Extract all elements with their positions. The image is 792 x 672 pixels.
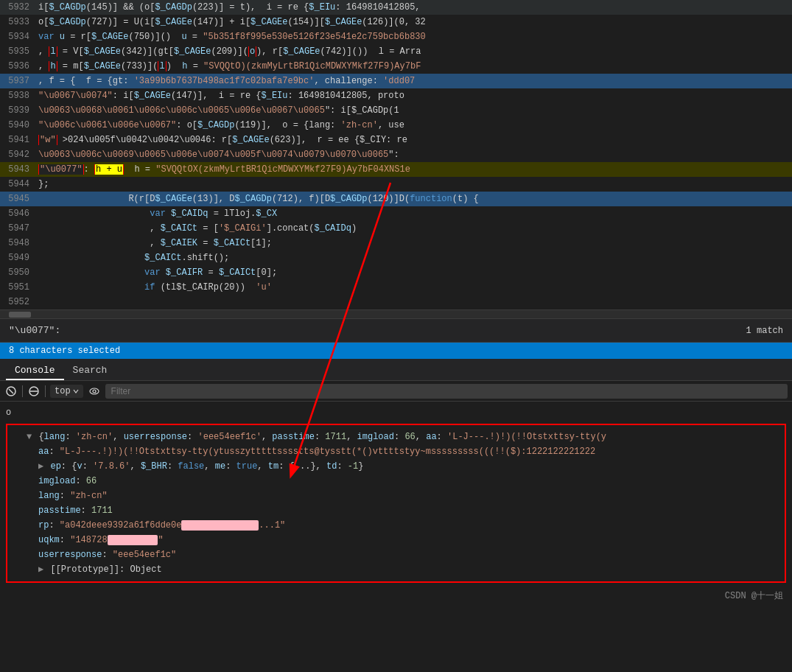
code-line-5933: 5933 o[$_CAGDp(727)] = U(i[$_CAGEe(147)]… [0, 15, 792, 29]
prop-uqkm: uqkm: "148728 " [12, 533, 780, 547]
line-content: R(r[D$_CAGEe(13)], D$_CAGDp(712), f)[D$_… [35, 194, 792, 204]
line-content: \u0063\u0068\u0061\u006c\u006c\u0065\u00… [35, 105, 792, 116]
code-line-5941: 5941 "w" >024\u005f\u0042\u0042\u0046: r… [0, 133, 792, 147]
line-content: if (tl$t_CAIRp(20)) 'u' [35, 282, 792, 293]
chevron-down-icon [73, 389, 79, 393]
line-number: 5945 [0, 194, 35, 204]
code-line-5940: 5940 "\u006c\u0061\u006e\u0067": o[$_CAG… [0, 118, 792, 133]
eye-icon[interactable] [88, 385, 101, 398]
prop-ep: ▶ ep: {v: '7.8.6', $_BHR: false, me: tru… [12, 459, 780, 474]
clear-console-button[interactable] [4, 385, 18, 398]
line-number: 5947 [0, 223, 35, 234]
line-number: 5934 [0, 32, 35, 42]
watermark: CSDN @十一姐 [725, 589, 783, 602]
line-number: 5943 [0, 164, 35, 175]
line-number: 5940 [0, 120, 35, 130]
output-var: o [6, 407, 11, 418]
prop-passtime: passtime: 1711 [12, 503, 780, 518]
line-number: 5949 [0, 253, 35, 263]
block-icon[interactable] [27, 385, 41, 398]
line-content: "\u0067\u0074": i[$_CAGEe(147)], i = re … [35, 91, 792, 101]
console-toolbar: top [0, 381, 792, 402]
line-number: 5952 [0, 297, 35, 307]
tab-search[interactable]: Search [64, 362, 116, 380]
line-content: var u = r[$_CAGEe(750)]() u = "5b351f8f9… [35, 32, 792, 42]
object-summary-line: ▼ {lang: 'zh-cn', userresponse: 'eee54ee… [12, 430, 780, 444]
line-content: , h = m[$_CAGEe(733)](l) h = "SVQQtO)(zk… [35, 61, 792, 71]
code-line-5947: 5947 , $_CAICt = ['$_CAIGi'].concat($_CA… [0, 221, 792, 236]
line-content: }; [35, 179, 792, 189]
line-number: 5948 [0, 238, 35, 248]
prop-userresponse: userresponse: "eee54eef1c" [12, 547, 780, 562]
prop-prototype: ▶ [[Prototype]]: Object [12, 562, 780, 577]
expand-arrow[interactable]: ▼ [27, 432, 32, 442]
svg-point-4 [90, 388, 99, 394]
prop-aa: aa: "L-J---.!)!)(!!Otstxttsy-tty(ytusszy… [12, 444, 780, 459]
code-line-5949: 5949 $_CAICt.shift(); [0, 251, 792, 265]
code-line-5951: 5951 if (tl$t_CAIRp(20)) 'u' [0, 280, 792, 295]
code-line-5946: 5946 var $_CAIDq = lTloj.$_CX [0, 206, 792, 221]
selection-status: 8 characters selected [9, 346, 120, 356]
code-line-5932: 5932 i[$_CAGDp(145)] && (o[$_CAGDp(223)]… [0, 0, 792, 15]
code-line-5934: 5934 var u = r[$_CAGEe(750)]() u = "5b35… [0, 29, 792, 44]
line-number: 5946 [0, 209, 35, 219]
line-number: 5941 [0, 135, 35, 145]
console-output-label: o [0, 405, 792, 421]
line-number: 5951 [0, 282, 35, 293]
ep-expand-arrow[interactable]: ▶ [38, 461, 43, 472]
context-label: top [55, 386, 71, 396]
code-line-5938: 5938 "\u0067\u0074": i[$_CAGEe(147)], i … [0, 88, 792, 103]
line-content: o[$_CAGDp(727)] = U(i[$_CAGEe(147)] + i[… [35, 17, 792, 27]
filter-input[interactable] [105, 384, 788, 399]
line-content: , f = { f = {gt: '3a99b6b7637b498ac1f7c0… [35, 76, 792, 86]
devtools-panel: 5932 i[$_CAGDp(145)] && (o[$_CAGDp(223)]… [0, 0, 792, 608]
code-line-5937: 5937 , f = { f = {gt: '3a99b6b7637b498ac… [0, 74, 792, 88]
prototype-expand-arrow[interactable]: ▶ [38, 564, 43, 575]
line-number: 5942 [0, 150, 35, 160]
object-summary: {lang: 'zh-cn', userresponse: 'eee54eef1… [38, 432, 606, 442]
console-object-box: ▼ {lang: 'zh-cn', userresponse: 'eee54ee… [6, 424, 786, 583]
line-number: 5933 [0, 17, 35, 27]
prop-imgload: imgload: 66 [12, 474, 780, 489]
code-line-5944: 5944 }; [0, 177, 792, 192]
code-line-5952: 5952 [0, 295, 792, 309]
horizontal-scrollbar[interactable] [0, 310, 792, 319]
code-line-5950: 5950 var $_CAIFR = $_CAICt[0]; [0, 265, 792, 280]
svg-point-5 [93, 390, 96, 393]
visibility-icon [89, 388, 99, 395]
code-editor: 5932 i[$_CAGDp(145)] && (o[$_CAGDp(223)]… [0, 0, 792, 310]
line-content: i[$_CAGDp(145)] && (o[$_CAGDp(223)] = t)… [35, 2, 792, 13]
tab-console[interactable]: Console [6, 362, 64, 380]
line-number: 5935 [0, 46, 35, 57]
line-content: "\u0077": h + u h = "SVQQtOX(zkmMyLrtBR1… [35, 164, 792, 175]
line-content: "\u006c\u0061\u006e\u0067": o[$_CAGDp(11… [35, 120, 792, 130]
watermark-text: CSDN @十一姐 [725, 591, 783, 601]
line-number: 5936 [0, 61, 35, 71]
code-line-5943: 5943 "\u0077": h + u h = "SVQQtOX(zkmMyL… [0, 162, 792, 177]
line-number: 5939 [0, 105, 35, 116]
line-number: 5937 [0, 76, 35, 86]
line-number: 5950 [0, 267, 35, 278]
toolbar-separator [22, 385, 23, 397]
line-content: , $_CAIEK = $_CAICt[1]; [35, 238, 792, 248]
code-line-5942: 5942 \u0063\u006c\u0069\u0065\u006e\u007… [0, 147, 792, 162]
line-number: 5938 [0, 91, 35, 101]
search-query: "\u0077": [9, 325, 60, 336]
line-content: , l = V[$_CAGEe(342)](gt[$_CAGEe(209)](o… [35, 46, 792, 57]
line-content: $_CAICt.shift(); [35, 253, 792, 263]
prop-lang: lang: "zh-cn" [12, 489, 780, 503]
code-line-5948: 5948 , $_CAIEK = $_CAICt[1]; [0, 236, 792, 251]
svg-line-1 [9, 389, 13, 393]
line-content: \u0063\u006c\u0069\u0065\u006e\u0074\u00… [35, 150, 792, 160]
line-content: , $_CAICt = ['$_CAIGi'].concat($_CAIDq) [35, 223, 792, 234]
line-number: 5932 [0, 2, 35, 13]
context-dropdown[interactable]: top [50, 385, 83, 398]
code-line-5936: 5936 , h = m[$_CAGEe(733)](l) h = "SVQQt… [0, 59, 792, 74]
code-line-5935: 5935 , l = V[$_CAGEe(342)](gt[$_CAGEe(20… [0, 44, 792, 59]
line-number: 5944 [0, 179, 35, 189]
toolbar-separator-2 [45, 385, 46, 397]
line-content: var $_CAIDq = lTloj.$_CX [35, 209, 792, 219]
prop-rp: rp: "a042deee9392a61f6dde0e ...1" [12, 518, 780, 533]
scrollbar-thumb[interactable] [9, 312, 31, 318]
code-line-5945: 5945 R(r[D$_CAGEe(13)], D$_CAGDp(712), f… [0, 192, 792, 206]
